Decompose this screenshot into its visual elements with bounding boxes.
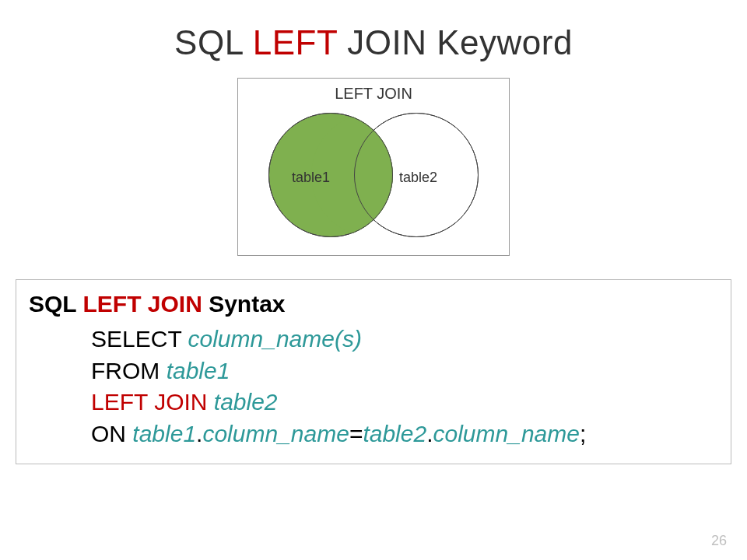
kw-on: ON [91,421,132,446]
syntax-line-from: FROM table1 [91,355,718,387]
title-highlight: LEFT [253,23,338,61]
syntax-heading: SQL LEFT JOIN Syntax [29,291,718,317]
val-table1: table1 [167,358,230,383]
title-prefix: SQL [174,23,253,61]
syntax-heading-highlight: LEFT JOIN [82,291,202,317]
eq: = [349,421,363,446]
kw-leftjoin: LEFT JOIN [91,389,214,415]
venn-left-label: table1 [292,170,330,186]
val-col1: column_name [202,421,349,446]
syntax-line-leftjoin: LEFT JOIN table2 [91,387,718,418]
venn-diagram: table1 table2 [261,109,486,241]
val-table2: table2 [214,389,278,415]
venn-right-label: table2 [399,170,437,186]
syntax-line-select: SELECT column_name(s) [91,324,718,355]
dot2: . [426,421,433,446]
syntax-heading-prefix: SQL [29,291,82,317]
semi: ; [580,421,586,446]
kw-select: SELECT [91,326,188,352]
venn-title: LEFT JOIN [246,85,501,103]
syntax-box: SQL LEFT JOIN Syntax SELECT column_name(… [16,279,731,464]
slide-title: SQL LEFT JOIN Keyword [0,23,747,62]
val-columns: column_name(s) [188,326,362,352]
val-t2: table2 [363,421,426,446]
val-t1: table1 [132,421,196,446]
syntax-line-on: ON table1.column_name=table2.column_name… [91,418,718,450]
page-number: 26 [711,533,727,549]
val-col2: column_name [433,421,580,446]
kw-from: FROM [91,358,167,383]
title-suffix: JOIN Keyword [338,23,573,61]
syntax-heading-suffix: Syntax [202,291,286,317]
venn-diagram-box: LEFT JOIN table1 table2 [237,78,510,256]
